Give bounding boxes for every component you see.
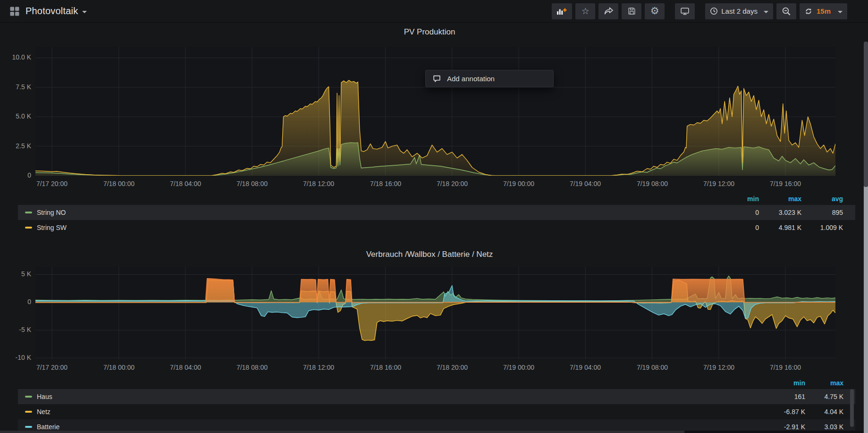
legend-2-rows: Haus1614.75 KNetz-6.87 K4.04 KBatterie-2… [18, 389, 855, 433]
legend-series-label[interactable]: Batterie [37, 423, 59, 431]
y-tick-label: 10.0 K [0, 53, 31, 61]
legend-2-header: minmax [18, 377, 855, 389]
share-dashboard-button[interactable] [598, 3, 618, 19]
gear-icon: ⚙ [650, 7, 659, 16]
legend-2: minmax Haus1614.75 KNetz-6.87 K4.04 KBat… [18, 377, 855, 433]
comment-icon [433, 75, 441, 83]
legend-stat-value: 0 [755, 224, 759, 231]
x-tick-label: 7/18 04:00 [160, 180, 211, 187]
series-color-swatch [25, 396, 32, 398]
legend-stat-value: -2.91 K [784, 423, 805, 431]
x-tick-label: 7/18 12:00 [293, 180, 345, 187]
legend-stat-value: 4.04 K [825, 408, 843, 416]
cycle-view-mode-button[interactable] [675, 3, 695, 19]
dashboard-grid-icon[interactable] [9, 6, 20, 17]
legend-column-max[interactable]: max [830, 379, 843, 387]
legend-stat-value: 161 [794, 393, 805, 400]
clock-icon [710, 7, 718, 15]
legend-stat-value: -6.87 K [784, 408, 805, 416]
legend-row-string-no[interactable]: String NO03.023 K895 [18, 205, 855, 220]
x-tick-label: 7/19 16:00 [759, 364, 811, 371]
x-tick-label: 7/18 20:00 [426, 180, 478, 187]
mark-favorite-button[interactable]: ☆ [575, 3, 595, 19]
horizontal-scrollbar-thumb[interactable] [0, 431, 684, 433]
x-tick-label: 7/17 20:00 [26, 180, 78, 187]
legend-column-max[interactable]: max [788, 195, 801, 203]
legend-stat-value: 4.75 K [825, 393, 843, 400]
page-scrollbar-track[interactable] [864, 186, 868, 433]
panel-title-pv-produktion[interactable]: PV Produktion [0, 27, 859, 37]
legend-column-avg[interactable]: avg [832, 195, 843, 203]
series-color-swatch [25, 411, 32, 413]
y-tick-label: 5 K [0, 270, 31, 278]
x-tick-label: 7/19 12:00 [693, 364, 745, 371]
x-tick-label: 7/18 08:00 [226, 180, 278, 187]
x-tick-label: 7/18 00:00 [93, 364, 145, 371]
x-tick-label: 7/19 00:00 [493, 180, 545, 187]
x-tick-label: 7/19 04:00 [559, 180, 611, 187]
zoom-out-time-button[interactable] [776, 3, 796, 19]
dashboard-title: Photovoltaik [25, 6, 78, 17]
panel-title-verbrauch[interactable]: Verbrauch /Wallbox / Batterie / Netz [0, 250, 859, 259]
chevron-down-icon [82, 11, 87, 13]
legend-stat-value: 1.009 K [820, 224, 843, 231]
legend-stat-value: 0 [755, 209, 759, 216]
monitor-icon [680, 7, 690, 16]
save-icon [627, 7, 636, 16]
legend-series-label[interactable]: Haus [37, 393, 52, 400]
y-tick-label: 7.5 K [0, 83, 31, 91]
time-range-picker-button[interactable]: Last 2 days [705, 3, 773, 19]
legend-column-min[interactable]: min [747, 195, 759, 203]
chart-2-plot[interactable] [35, 267, 835, 359]
save-dashboard-button[interactable] [622, 3, 641, 19]
grafana-dashboard: Photovoltaik ☆ [0, 0, 868, 433]
time-range-label: Last 2 days [721, 7, 758, 15]
x-tick-label: 7/18 16:00 [360, 364, 412, 371]
x-tick-label: 7/18 08:00 [226, 364, 278, 371]
refresh-icon [804, 7, 813, 16]
x-tick-label: 7/17 20:00 [26, 364, 78, 371]
x-tick-label: 7/18 12:00 [293, 364, 345, 371]
legend-series-label[interactable]: String SW [37, 224, 67, 231]
legend-stat-value: 3.03 K [825, 423, 843, 431]
y-tick-label: -10 K [0, 354, 31, 361]
x-tick-label: 7/19 08:00 [626, 364, 678, 371]
legend-column-min[interactable]: min [793, 379, 805, 387]
dashboard-settings-button[interactable]: ⚙ [645, 3, 665, 19]
dashboard-title-button[interactable]: Photovoltaik [25, 6, 87, 17]
chevron-down-icon [838, 11, 843, 13]
legend-row-netz[interactable]: Netz-6.87 K4.04 K [18, 404, 855, 419]
x-tick-label: 7/18 16:00 [360, 180, 412, 187]
x-tick-label: 7/18 00:00 [93, 180, 145, 187]
navbar: Photovoltaik ☆ [0, 0, 868, 23]
page-scrollbar-thumb[interactable] [864, 42, 868, 187]
legend-2-scrollbar-thumb[interactable] [850, 389, 854, 427]
x-tick-label: 7/18 04:00 [160, 364, 211, 371]
legend-1-header: minmaxavg [18, 193, 855, 205]
legend-series-label[interactable]: Netz [37, 408, 51, 416]
add-annotation-label: Add annotation [447, 75, 495, 83]
legend-1-rows: String NO03.023 K895String SW04.981 K1.0… [18, 205, 855, 235]
legend-row-haus[interactable]: Haus1614.75 K [18, 389, 855, 404]
annotation-context-menu: Add annotation [425, 70, 554, 87]
add-panel-icon [556, 7, 567, 15]
legend-row-string-sw[interactable]: String SW04.981 K1.009 K [18, 220, 855, 235]
legend-stat-value: 895 [832, 209, 843, 216]
refresh-button[interactable]: 15m [800, 3, 847, 19]
x-tick-label: 7/18 20:00 [426, 364, 478, 371]
legend-stat-value: 3.023 K [779, 209, 801, 216]
chart-1-plot[interactable] [35, 47, 835, 176]
share-icon [604, 7, 613, 16]
series-color-swatch [25, 227, 32, 229]
x-tick-label: 7/19 16:00 [759, 180, 811, 187]
add-annotation-menu-item[interactable]: Add annotation [426, 70, 553, 87]
x-tick-label: 7/19 12:00 [693, 180, 745, 187]
legend-stat-value: 4.981 K [779, 224, 801, 231]
chevron-down-icon [764, 11, 768, 13]
add-panel-button[interactable] [552, 3, 572, 19]
legend-1: minmaxavg String NO03.023 K895String SW0… [18, 193, 855, 235]
series-color-swatch [25, 212, 32, 213]
legend-series-label[interactable]: String NO [37, 209, 66, 216]
y-tick-label: -5 K [0, 326, 31, 333]
x-tick-label: 7/19 04:00 [559, 364, 611, 371]
